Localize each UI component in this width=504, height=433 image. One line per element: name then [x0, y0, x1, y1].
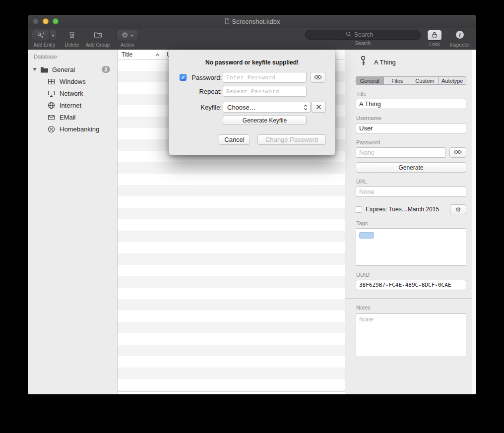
- delete-label: Delete: [65, 42, 79, 48]
- reveal-dialog-password-button[interactable]: [311, 72, 325, 83]
- sidebar-item-label: Windows: [60, 78, 86, 85]
- coin-percent-icon: [48, 125, 55, 133]
- group-count-badge: 2: [102, 66, 110, 73]
- close-x-icon: [316, 104, 321, 111]
- tags-label: Tags: [356, 220, 466, 226]
- popup-arrows-icon: [304, 104, 308, 111]
- titlebar: Screenshot.kdbx: [28, 15, 476, 28]
- dialog-message: No password or keyfile supplied!: [169, 59, 335, 66]
- search-input[interactable]: [354, 31, 380, 38]
- clear-keyfile-button[interactable]: [312, 102, 326, 113]
- toolbar: Add Entry Delete Ad: [28, 28, 476, 50]
- uuid-label: UUID: [356, 272, 466, 278]
- password-field-label: Password: [356, 139, 466, 145]
- notes-field[interactable]: [356, 313, 466, 357]
- uuid-field[interactable]: [356, 280, 466, 290]
- disclosure-triangle-icon[interactable]: [33, 68, 37, 71]
- toolbar-item-search: Search: [305, 30, 421, 46]
- lock-icon: [431, 31, 438, 40]
- expires-label: Expires: Tues…March 2015: [366, 206, 446, 213]
- tab-files[interactable]: Files: [384, 77, 412, 84]
- url-field[interactable]: [356, 186, 466, 197]
- key-icon: [358, 56, 368, 68]
- add-entry-dropdown[interactable]: [49, 30, 57, 41]
- window-title-wrap: Screenshot.kdbx: [224, 18, 280, 26]
- password-input[interactable]: [223, 72, 307, 83]
- expires-row: Expires: Tues…March 2015 ⚙: [356, 204, 466, 214]
- password-field[interactable]: [356, 147, 446, 158]
- sidebar-item-network[interactable]: Network: [28, 87, 117, 99]
- add-group-label: Add Group: [86, 42, 110, 48]
- eye-icon: [314, 74, 322, 81]
- toolbar-item-lock: Lock: [425, 30, 444, 47]
- tag-pill[interactable]: [359, 232, 374, 239]
- inspector-label: Inspector: [449, 42, 470, 48]
- expires-options-button[interactable]: ⚙: [450, 204, 466, 214]
- inspector-panel: A Thing General Files Custom Autotype Ti…: [345, 50, 476, 394]
- key-plus-icon: [32, 30, 49, 41]
- sidebar-group-general[interactable]: General 2: [28, 63, 117, 75]
- sidebar: Database General 2 Windows: [28, 50, 118, 394]
- search-field[interactable]: [305, 30, 421, 40]
- list-scroll-track[interactable]: [118, 391, 345, 394]
- sort-ascending-icon: [155, 51, 160, 58]
- add-group-button[interactable]: [94, 30, 102, 41]
- username-field-label: Username: [356, 115, 466, 121]
- trash-icon: [68, 31, 76, 40]
- sidebar-item-homebanking[interactable]: Homebanking: [28, 123, 117, 135]
- info-icon: i: [455, 30, 465, 41]
- traffic-lights: [33, 18, 59, 24]
- sidebar-item-internet[interactable]: Internet: [28, 99, 117, 111]
- title-field[interactable]: [356, 99, 466, 109]
- username-field[interactable]: [356, 123, 466, 133]
- tab-general[interactable]: General: [356, 77, 384, 84]
- network-icon: [48, 90, 55, 97]
- password-row: [356, 147, 466, 158]
- add-entry-button[interactable]: [32, 30, 57, 41]
- gear-icon: ⚙: [455, 206, 461, 213]
- keyfile-popup[interactable]: Choose…: [223, 102, 311, 113]
- tab-custom[interactable]: Custom: [411, 77, 439, 84]
- keyfile-popup-value: Choose…: [227, 104, 256, 111]
- tab-autotype[interactable]: Autotype: [439, 77, 466, 84]
- toolbar-item-delete: Delete: [63, 30, 81, 48]
- repeat-input[interactable]: [223, 86, 307, 97]
- reveal-password-button[interactable]: [449, 147, 466, 158]
- sidebar-group-label: General: [52, 66, 75, 73]
- lock-label: Lock: [429, 42, 440, 47]
- zoom-button[interactable]: [53, 18, 59, 24]
- entry-title: A Thing: [374, 59, 396, 66]
- sidebar-item-email[interactable]: EMail: [28, 111, 117, 123]
- sidebar-item-label: Internet: [60, 102, 81, 109]
- envelope-icon: [48, 114, 55, 121]
- keyfile-label: Keyfile:: [179, 104, 222, 111]
- sidebar-item-windows[interactable]: Windows: [28, 75, 117, 87]
- chevron-down-icon: [52, 35, 55, 37]
- inspector-button[interactable]: i: [455, 30, 465, 41]
- expires-checkbox[interactable]: [356, 206, 362, 213]
- chevron-down-icon: [130, 35, 133, 37]
- search-label: Search: [355, 41, 371, 46]
- change-password-button[interactable]: Change Password: [257, 134, 326, 145]
- generate-keyfile-button[interactable]: Generate Keyfile: [223, 116, 307, 125]
- inspector-scrollbar[interactable]: [472, 50, 476, 394]
- cancel-button[interactable]: Cancel: [219, 134, 250, 145]
- toolbar-item-action: ⚙ Action: [116, 30, 139, 48]
- generate-password-button[interactable]: Generate: [356, 162, 466, 173]
- delete-button[interactable]: [68, 30, 76, 41]
- inspector-tabs: General Files Custom Autotype: [356, 76, 466, 85]
- globe-icon: [48, 102, 55, 109]
- password-dialog: No password or keyfile supplied! ✓ Passw…: [169, 50, 335, 155]
- lock-button[interactable]: [427, 30, 442, 41]
- tags-box[interactable]: [356, 228, 466, 266]
- sidebar-item-label: Network: [60, 90, 83, 97]
- eye-icon: [454, 149, 462, 156]
- document-icon: [224, 18, 230, 26]
- column-header-title[interactable]: Title: [118, 51, 160, 58]
- password-label: Password:: [179, 74, 222, 81]
- close-button[interactable]: [33, 18, 39, 24]
- action-button[interactable]: ⚙: [117, 30, 138, 41]
- action-label: Action: [121, 42, 134, 48]
- minimize-button[interactable]: [43, 18, 49, 24]
- title-field-label: Title: [356, 91, 466, 97]
